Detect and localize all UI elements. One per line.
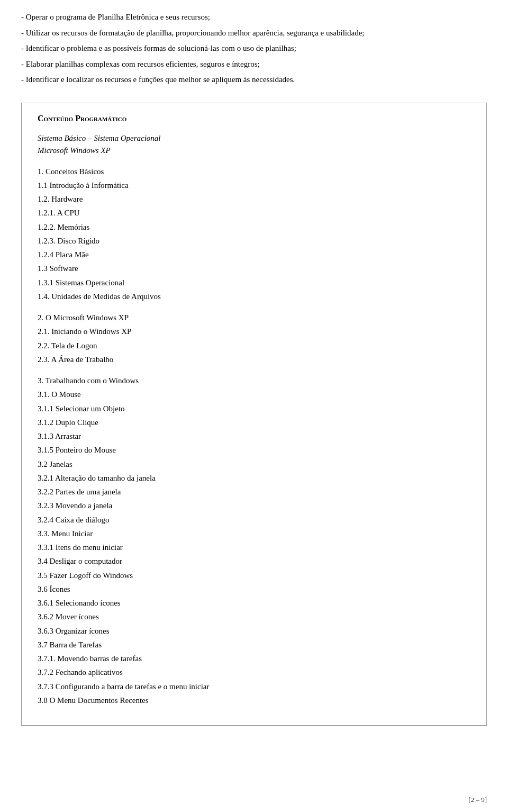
intro-item: - Elaborar planilhas complexas com recur… bbox=[21, 58, 487, 71]
toc-item: 3.6.2 Mover ícones bbox=[38, 610, 470, 624]
section-header: Sistema Básico – Sistema Operacional bbox=[38, 134, 470, 143]
toc-item: 3.4 Desligar o computador bbox=[38, 554, 470, 568]
toc-item: 1.2.1. A CPU bbox=[38, 206, 470, 220]
toc-item: 1.4. Unidades de Medidas de Arquivos bbox=[38, 290, 470, 303]
toc-item: 3. Trabalhando com o Windows bbox=[38, 374, 470, 387]
intro-item: - Identificar e localizar os recursos e … bbox=[21, 73, 487, 87]
toc-item: 3.7.1. Movendo barras de tarefas bbox=[38, 652, 470, 665]
toc-item: 3.5 Fazer Logoff do Windows bbox=[38, 569, 470, 582]
toc-item: 2.2. Tela de Logon bbox=[38, 339, 470, 353]
toc-item: 1.3 Software bbox=[38, 261, 470, 275]
intro-item: - Utilizar os recursos de formatação de … bbox=[21, 26, 487, 40]
toc-item: 1. Conceitos Básicos bbox=[38, 165, 470, 178]
toc-item: 2. O Microsoft Windows XP bbox=[38, 311, 470, 324]
page-footer: [2 – 9] bbox=[468, 796, 487, 804]
content-title: Conteúdo Programático bbox=[38, 114, 470, 123]
toc-group: 3. Trabalhando com o Windows3.1. O Mouse… bbox=[38, 374, 470, 707]
toc-item: 1.1 Introdução à Informática bbox=[38, 178, 470, 192]
toc-item: 3.1.1 Selecionar um Objeto bbox=[38, 402, 470, 416]
intro-list: - Operar o programa de Planilha Eletrôni… bbox=[21, 11, 487, 87]
toc-item: 3.6 Ícones bbox=[38, 582, 470, 596]
toc-item: 3.6.1 Selecionando ícones bbox=[38, 596, 470, 610]
toc-item: 1.2. Hardware bbox=[38, 192, 470, 206]
toc-item: 3.7.2 Fechando aplicativos bbox=[38, 665, 470, 679]
toc-item: 3.2.4 Caixa de diálogo bbox=[38, 513, 470, 527]
toc-item: 1.2.4 Placa Mãe bbox=[38, 248, 470, 261]
toc-item: 1.2.3. Disco Rígido bbox=[38, 234, 470, 248]
toc-item: 3.3.1 Itens do menu iniciar bbox=[38, 540, 470, 554]
toc-item: 3.1.5 Ponteiro do Mouse bbox=[38, 443, 470, 457]
toc-item: 1.2.2. Memórias bbox=[38, 220, 470, 234]
toc-item: 3.1.2 Duplo Clique bbox=[38, 416, 470, 429]
toc-item: 3.8 O Menu Documentos Recentes bbox=[38, 693, 470, 707]
subsection-header: Microsoft Windows XP bbox=[38, 146, 470, 155]
intro-item: - Identificar o problema e as possíveis … bbox=[21, 42, 487, 56]
page: - Operar o programa de Planilha Eletrôni… bbox=[0, 0, 508, 812]
toc-item: 1.3.1 Sistemas Operacional bbox=[38, 276, 470, 290]
toc-container: 1. Conceitos Básicos1.1 Introdução à Inf… bbox=[38, 165, 470, 708]
toc-group: 1. Conceitos Básicos1.1 Introdução à Inf… bbox=[38, 165, 470, 304]
toc-item: 3.2 Janelas bbox=[38, 457, 470, 471]
toc-item: 2.3. A Área de Trabalho bbox=[38, 353, 470, 366]
intro-item: - Operar o programa de Planilha Eletrôni… bbox=[21, 11, 487, 24]
toc-item: 2.1. Iniciando o Windows XP bbox=[38, 324, 470, 338]
toc-item: 3.1.3 Arrastar bbox=[38, 429, 470, 443]
toc-item: 3.2.2 Partes de uma janela bbox=[38, 485, 470, 499]
toc-item: 3.1. O Mouse bbox=[38, 387, 470, 401]
toc-item: 3.6.3 Organizar ícones bbox=[38, 624, 470, 638]
content-box: Conteúdo Programático Sistema Básico – S… bbox=[21, 103, 487, 726]
toc-item: 3.2.3 Movendo a janela bbox=[38, 499, 470, 512]
toc-item: 3.7.3 Configurando a barra de tarefas e … bbox=[38, 680, 470, 693]
toc-group: 2. O Microsoft Windows XP2.1. Iniciando … bbox=[38, 311, 470, 366]
toc-item: 3.3. Menu Iniciar bbox=[38, 527, 470, 540]
toc-item: 3.7 Barra de Tarefas bbox=[38, 638, 470, 652]
toc-item: 3.2.1 Alteração do tamanho da janela bbox=[38, 471, 470, 485]
intro-section: - Operar o programa de Planilha Eletrôni… bbox=[21, 11, 487, 87]
